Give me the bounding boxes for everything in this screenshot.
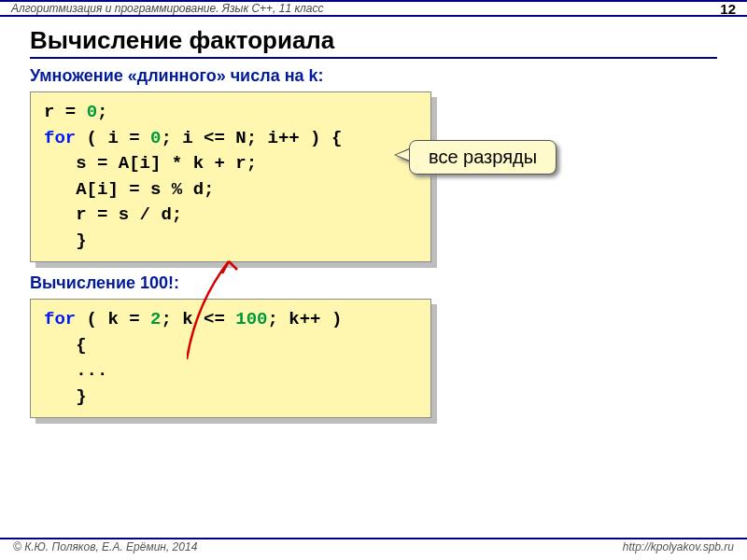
t: 0 — [87, 102, 97, 122]
page-number: 12 — [720, 1, 736, 17]
slide-content: Вычисление факториала Умножение «длинног… — [0, 17, 747, 418]
t: A[i] = s % d; — [44, 179, 214, 200]
t: 2 — [150, 309, 161, 329]
t: 100 — [235, 309, 267, 329]
t: <= N; i++ ) { — [193, 128, 343, 148]
callout-all-digits: все разряды — [409, 140, 557, 175]
footer-bar: © К.Ю. Поляков, Е.А. Ерёмин, 2014 http:/… — [0, 538, 747, 554]
t: ; k++ ) — [268, 309, 343, 329]
course-title: Алгоритмизация и программирование. Язык … — [11, 2, 720, 15]
t: } — [44, 231, 87, 251]
header-bar: Алгоритмизация и программирование. Язык … — [0, 0, 747, 17]
t: 0 — [150, 128, 161, 148]
t: { — [44, 335, 87, 356]
section2-heading: Вычисление 100!: — [30, 273, 717, 293]
t: <= — [193, 309, 236, 329]
callout-tail — [396, 149, 410, 161]
t: for — [44, 309, 76, 329]
t: = — [119, 309, 150, 329]
code-block-1: r = 0; for ( i = 0; i <= N; i++ ) { s = … — [30, 91, 431, 262]
t: ; — [97, 102, 107, 122]
t: } — [44, 386, 87, 407]
page-title: Вычисление факториала — [30, 26, 717, 59]
t: = — [119, 128, 150, 148]
footer-url: http://kpolyakov.spb.ru — [623, 540, 734, 553]
t: ( k — [76, 309, 119, 329]
copyright: © К.Ю. Поляков, Е.А. Ерёмин, 2014 — [13, 540, 197, 553]
t: r — [44, 102, 54, 122]
code-block-2: for ( k = 2; k <= 100; k++ ) { ... } — [30, 299, 431, 418]
code-block-1-wrap: r = 0; for ( i = 0; i <= N; i++ ) { s = … — [30, 91, 431, 262]
t: ( i — [76, 128, 119, 148]
t: s = A[i] * k + r; — [44, 153, 257, 174]
t: for — [44, 128, 76, 148]
t: ; k — [161, 309, 192, 329]
t: r = s / d; — [44, 204, 182, 225]
code-block-2-wrap: for ( k = 2; k <= 100; k++ ) { ... } — [30, 299, 431, 418]
callout-text: все разряды — [409, 140, 557, 175]
t: ... — [44, 360, 107, 381]
t: ; i — [161, 128, 192, 148]
section1-heading: Умножение «длинного» числа на k: — [30, 66, 717, 86]
t: = — [54, 102, 86, 122]
